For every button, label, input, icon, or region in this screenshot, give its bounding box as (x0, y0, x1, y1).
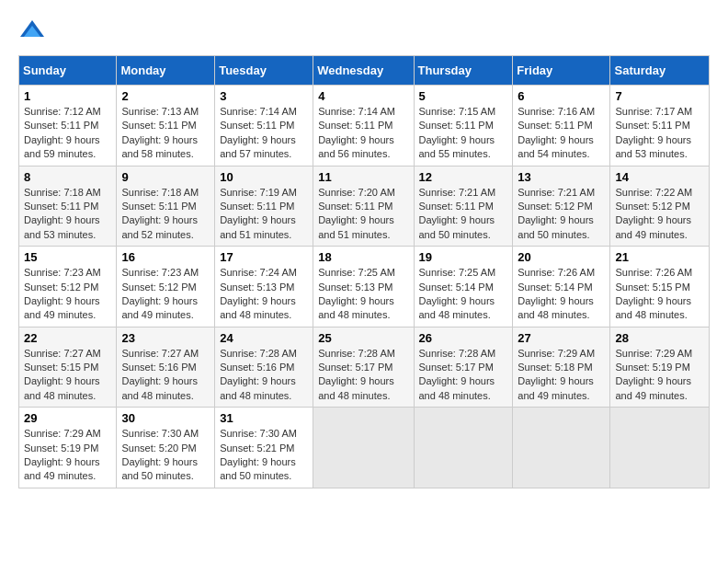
calendar-week-5: 29Sunrise: 7:29 AMSunset: 5:19 PMDayligh… (19, 408, 710, 488)
day-number: 25 (318, 331, 408, 345)
calendar-cell: 26Sunrise: 7:28 AMSunset: 5:17 PMDayligh… (414, 327, 513, 408)
calendar-cell: 14Sunrise: 7:22 AMSunset: 5:12 PMDayligh… (610, 166, 710, 247)
calendar-cell: 30Sunrise: 7:30 AMSunset: 5:20 PMDayligh… (117, 408, 215, 488)
calendar-cell: 21Sunrise: 7:26 AMSunset: 5:15 PMDayligh… (610, 247, 710, 327)
calendar-cell: 7Sunrise: 7:17 AMSunset: 5:11 PMDaylight… (610, 86, 710, 167)
day-info: Sunrise: 7:26 AMSunset: 5:14 PMDaylight:… (518, 266, 605, 323)
day-info: Sunrise: 7:14 AMSunset: 5:11 PMDaylight:… (220, 105, 308, 162)
day-number: 21 (615, 250, 704, 264)
day-info: Sunrise: 7:21 AMSunset: 5:12 PMDaylight:… (518, 186, 605, 243)
day-number: 16 (121, 250, 210, 264)
day-number: 24 (220, 331, 308, 345)
header-monday: Monday (117, 56, 215, 86)
header-wednesday: Wednesday (313, 56, 414, 86)
header-friday: Friday (513, 56, 610, 86)
day-info: Sunrise: 7:19 AMSunset: 5:11 PMDaylight:… (220, 186, 308, 243)
day-number: 8 (24, 170, 111, 184)
calendar-cell: 28Sunrise: 7:29 AMSunset: 5:19 PMDayligh… (610, 327, 710, 408)
day-info: Sunrise: 7:29 AMSunset: 5:19 PMDaylight:… (24, 427, 111, 484)
header-sunday: Sunday (19, 56, 117, 86)
logo-icon (18, 18, 46, 46)
calendar-cell: 11Sunrise: 7:20 AMSunset: 5:11 PMDayligh… (313, 166, 414, 247)
calendar-cell (313, 408, 414, 488)
calendar-cell (414, 408, 513, 488)
day-number: 6 (518, 89, 605, 103)
calendar-cell: 22Sunrise: 7:27 AMSunset: 5:15 PMDayligh… (19, 327, 117, 408)
calendar-cell: 13Sunrise: 7:21 AMSunset: 5:12 PMDayligh… (513, 166, 610, 247)
day-number: 15 (24, 250, 111, 264)
calendar-cell: 2Sunrise: 7:13 AMSunset: 5:11 PMDaylight… (117, 86, 215, 167)
day-number: 14 (615, 170, 704, 184)
calendar-cell: 23Sunrise: 7:27 AMSunset: 5:16 PMDayligh… (117, 327, 215, 408)
calendar-cell (513, 408, 610, 488)
day-info: Sunrise: 7:25 AMSunset: 5:13 PMDaylight:… (318, 266, 408, 323)
day-number: 5 (419, 89, 508, 103)
day-number: 13 (518, 170, 605, 184)
calendar-cell: 16Sunrise: 7:23 AMSunset: 5:12 PMDayligh… (117, 247, 215, 327)
day-info: Sunrise: 7:12 AMSunset: 5:11 PMDaylight:… (24, 105, 111, 162)
calendar-cell: 29Sunrise: 7:29 AMSunset: 5:19 PMDayligh… (19, 408, 117, 488)
day-info: Sunrise: 7:27 AMSunset: 5:15 PMDaylight:… (24, 347, 111, 404)
calendar-cell (610, 408, 710, 488)
calendar-cell: 9Sunrise: 7:18 AMSunset: 5:11 PMDaylight… (117, 166, 215, 247)
day-info: Sunrise: 7:21 AMSunset: 5:11 PMDaylight:… (419, 186, 508, 243)
day-number: 19 (419, 250, 508, 264)
day-number: 7 (615, 89, 704, 103)
day-info: Sunrise: 7:13 AMSunset: 5:11 PMDaylight:… (121, 105, 210, 162)
logo (18, 18, 51, 46)
day-number: 10 (220, 170, 308, 184)
header-saturday: Saturday (610, 56, 710, 86)
day-number: 22 (24, 331, 111, 345)
page-header (18, 18, 710, 46)
calendar-cell: 17Sunrise: 7:24 AMSunset: 5:13 PMDayligh… (215, 247, 313, 327)
day-info: Sunrise: 7:18 AMSunset: 5:11 PMDaylight:… (24, 186, 111, 243)
day-info: Sunrise: 7:23 AMSunset: 5:12 PMDaylight:… (24, 266, 111, 323)
calendar-table: SundayMondayTuesdayWednesdayThursdayFrid… (18, 55, 710, 488)
calendar-cell: 3Sunrise: 7:14 AMSunset: 5:11 PMDaylight… (215, 86, 313, 167)
day-info: Sunrise: 7:25 AMSunset: 5:14 PMDaylight:… (419, 266, 508, 323)
day-info: Sunrise: 7:24 AMSunset: 5:13 PMDaylight:… (220, 266, 308, 323)
calendar-header-row: SundayMondayTuesdayWednesdayThursdayFrid… (19, 56, 710, 86)
day-info: Sunrise: 7:20 AMSunset: 5:11 PMDaylight:… (318, 186, 408, 243)
calendar-cell: 4Sunrise: 7:14 AMSunset: 5:11 PMDaylight… (313, 86, 414, 167)
day-number: 23 (121, 331, 210, 345)
day-number: 17 (220, 250, 308, 264)
day-number: 9 (121, 170, 210, 184)
day-info: Sunrise: 7:28 AMSunset: 5:17 PMDaylight:… (318, 347, 408, 404)
header-tuesday: Tuesday (215, 56, 313, 86)
calendar-cell: 19Sunrise: 7:25 AMSunset: 5:14 PMDayligh… (414, 247, 513, 327)
day-number: 2 (121, 89, 210, 103)
day-info: Sunrise: 7:23 AMSunset: 5:12 PMDaylight:… (121, 266, 210, 323)
day-number: 29 (24, 411, 111, 425)
calendar-cell: 10Sunrise: 7:19 AMSunset: 5:11 PMDayligh… (215, 166, 313, 247)
day-number: 11 (318, 170, 408, 184)
header-thursday: Thursday (414, 56, 513, 86)
calendar-cell: 27Sunrise: 7:29 AMSunset: 5:18 PMDayligh… (513, 327, 610, 408)
day-number: 4 (318, 89, 408, 103)
day-info: Sunrise: 7:30 AMSunset: 5:20 PMDaylight:… (121, 427, 210, 484)
calendar-cell: 31Sunrise: 7:30 AMSunset: 5:21 PMDayligh… (215, 408, 313, 488)
day-number: 27 (518, 331, 605, 345)
day-info: Sunrise: 7:14 AMSunset: 5:11 PMDaylight:… (318, 105, 408, 162)
calendar-cell: 12Sunrise: 7:21 AMSunset: 5:11 PMDayligh… (414, 166, 513, 247)
calendar-cell: 24Sunrise: 7:28 AMSunset: 5:16 PMDayligh… (215, 327, 313, 408)
day-info: Sunrise: 7:18 AMSunset: 5:11 PMDaylight:… (121, 186, 210, 243)
calendar-cell: 18Sunrise: 7:25 AMSunset: 5:13 PMDayligh… (313, 247, 414, 327)
calendar-week-4: 22Sunrise: 7:27 AMSunset: 5:15 PMDayligh… (19, 327, 710, 408)
day-number: 31 (220, 411, 308, 425)
day-number: 26 (419, 331, 508, 345)
calendar-cell: 25Sunrise: 7:28 AMSunset: 5:17 PMDayligh… (313, 327, 414, 408)
day-number: 18 (318, 250, 408, 264)
calendar-cell: 20Sunrise: 7:26 AMSunset: 5:14 PMDayligh… (513, 247, 610, 327)
day-info: Sunrise: 7:15 AMSunset: 5:11 PMDaylight:… (419, 105, 508, 162)
day-info: Sunrise: 7:17 AMSunset: 5:11 PMDaylight:… (615, 105, 704, 162)
day-number: 30 (121, 411, 210, 425)
day-number: 12 (419, 170, 508, 184)
calendar-week-1: 1Sunrise: 7:12 AMSunset: 5:11 PMDaylight… (19, 86, 710, 167)
calendar-week-3: 15Sunrise: 7:23 AMSunset: 5:12 PMDayligh… (19, 247, 710, 327)
day-info: Sunrise: 7:29 AMSunset: 5:19 PMDaylight:… (615, 347, 704, 404)
calendar-cell: 15Sunrise: 7:23 AMSunset: 5:12 PMDayligh… (19, 247, 117, 327)
day-info: Sunrise: 7:27 AMSunset: 5:16 PMDaylight:… (121, 347, 210, 404)
day-number: 28 (615, 331, 704, 345)
day-info: Sunrise: 7:16 AMSunset: 5:11 PMDaylight:… (518, 105, 605, 162)
